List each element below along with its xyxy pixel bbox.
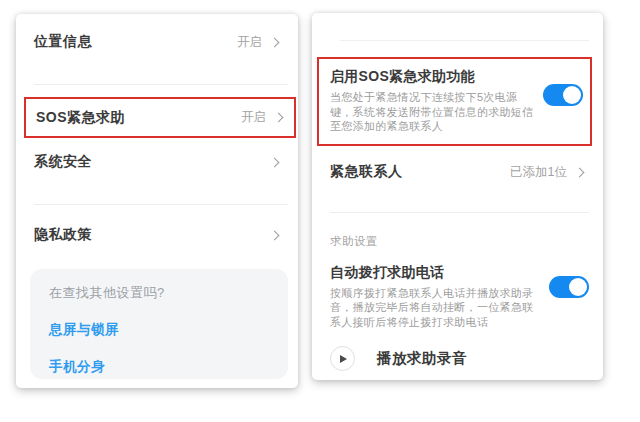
list-item-label: SOS紧急求助 bbox=[36, 109, 125, 127]
list-item-sos-highlighted[interactable]: SOS紧急求助 开启 bbox=[24, 97, 296, 138]
divider bbox=[330, 212, 589, 213]
enable-sos-description: 当您处于紧急情况下连续按下5次电源键，系统将发送附带位置信息的求助短信至您添加的… bbox=[330, 90, 535, 134]
link-always-on-display[interactable]: 息屏与锁屏 bbox=[49, 321, 270, 339]
divider bbox=[34, 204, 288, 205]
divider bbox=[340, 40, 589, 41]
chevron-right-icon bbox=[575, 167, 585, 177]
chevron-right-icon bbox=[270, 157, 280, 167]
list-item-privacy-policy[interactable]: 隐私政策 bbox=[16, 211, 298, 259]
auto-call-description: 按顺序拨打紧急联系人电话并播放求助录音，播放完毕后将自动挂断，一位紧急联系人接听… bbox=[330, 286, 542, 330]
list-item-label: 位置信息 bbox=[34, 33, 92, 51]
chevron-right-icon bbox=[274, 113, 284, 123]
sos-detail-panel: 启用SOS紧急求助功能 当您处于紧急情况下连续按下5次电源键，系统将发送附带位置… bbox=[312, 13, 603, 380]
enable-sos-toggle[interactable] bbox=[543, 84, 583, 106]
list-item-value: 开启 bbox=[237, 34, 262, 51]
settings-list-panel: 位置信息 开启 SOS紧急求助 开启 系统安全 隐私政策 bbox=[16, 14, 298, 388]
link-dual-apps[interactable]: 手机分身 bbox=[49, 358, 270, 376]
list-item-label: 系统安全 bbox=[34, 153, 92, 171]
auto-call-row: 自动拨打求助电话 按顺序拨打紧急联系人电话并播放求助录音，播放完毕后将自动挂断，… bbox=[330, 264, 589, 330]
emergency-contacts-value: 已添加1位 bbox=[510, 164, 567, 181]
play-triangle-icon bbox=[340, 355, 347, 363]
help-settings-section-header: 求助设置 bbox=[330, 234, 603, 249]
auto-call-title: 自动拨打求助电话 bbox=[330, 264, 542, 282]
list-item-location[interactable]: 位置信息 开启 bbox=[16, 14, 298, 70]
chevron-right-icon bbox=[270, 37, 280, 47]
emergency-contacts-row[interactable]: 紧急联系人 已添加1位 bbox=[312, 148, 603, 197]
toggle-knob bbox=[563, 86, 581, 104]
list-item-system-security[interactable]: 系统安全 bbox=[16, 138, 298, 186]
emergency-contacts-label: 紧急联系人 bbox=[330, 163, 403, 181]
chevron-right-icon bbox=[270, 230, 280, 240]
related-settings-title: 在查找其他设置吗? bbox=[49, 284, 270, 302]
list-item-label: 隐私政策 bbox=[34, 226, 92, 244]
auto-call-toggle[interactable] bbox=[549, 276, 589, 298]
list-item-value: 开启 bbox=[241, 109, 266, 126]
play-recording-label: 播放求助录音 bbox=[377, 349, 467, 368]
play-recording-row: 播放求助录音 bbox=[330, 346, 603, 371]
divider bbox=[34, 84, 288, 85]
enable-sos-row-highlighted: 启用SOS紧急求助功能 当您处于紧急情况下连续按下5次电源键，系统将发送附带位置… bbox=[317, 57, 592, 146]
related-settings-card: 在查找其他设置吗? 息屏与锁屏 手机分身 bbox=[30, 269, 288, 379]
settings-screen: 位置信息 开启 SOS紧急求助 开启 系统安全 隐私政策 bbox=[0, 0, 640, 422]
enable-sos-title: 启用SOS紧急求助功能 bbox=[330, 68, 535, 86]
play-icon[interactable] bbox=[330, 346, 355, 371]
toggle-knob bbox=[569, 278, 587, 296]
